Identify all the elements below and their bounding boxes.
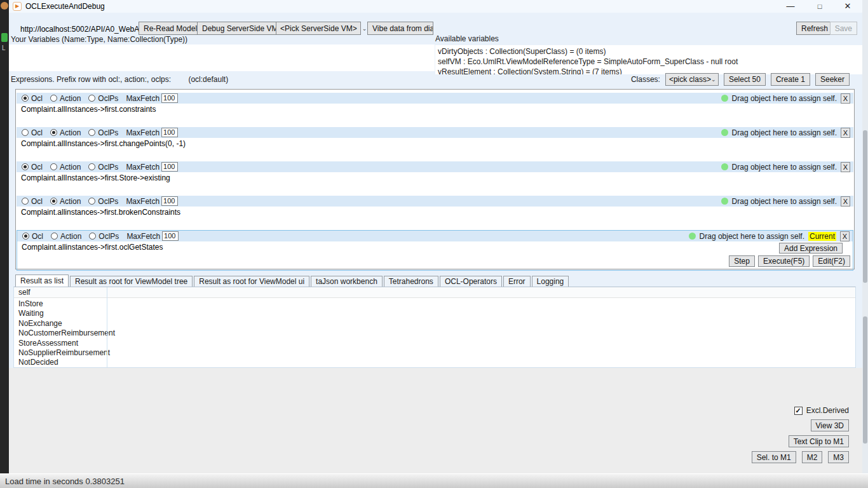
result-item[interactable]: InStore [18,299,855,309]
result-item[interactable]: Waiting [18,309,855,318]
radio-oclps[interactable]: OclPs [89,232,119,241]
minimize-button[interactable]: — [781,1,800,12]
maxfetch-input[interactable]: 100 [162,231,179,241]
radio-action[interactable]: Action [50,197,81,206]
scrollbar-thumb[interactable] [863,130,867,283]
window-title: OCLExecuteAndDebug [25,2,105,11]
radio-icon [88,163,95,170]
tab-result-as-list[interactable]: Result as list [15,274,69,287]
text-clip-to-m1-button[interactable]: Text Clip to M1 [789,435,849,447]
reread-model-button[interactable]: Re-Read Model [139,22,202,35]
radio-ocl[interactable]: Ocl [22,94,43,103]
radio-action[interactable]: Action [50,128,81,137]
classes-controls: Classes: <pick class> ⌄ Select 50 Create… [631,73,850,86]
result-list: self InStore Waiting NoExchange NoCustom… [13,287,856,368]
variable-item: selfVM : Eco.UmlRt.ViewModelReferenceTyp… [438,57,862,67]
remove-expression-button[interactable]: X [840,231,850,241]
result-item[interactable]: NoCustomerReimbursement [18,329,855,338]
remove-expression-button[interactable]: X [841,196,850,207]
radio-ocl[interactable]: Ocl [22,163,43,172]
excl-derived-label: Excl.Derived [806,406,849,415]
radio-oclps[interactable]: OclPs [88,197,118,206]
background-scrollbar [862,0,868,473]
radio-oclps[interactable]: OclPs [88,94,118,103]
expression-row: Ocl Action OclPs MaxFetch 100 Drag objec… [17,93,853,127]
drag-target-label[interactable]: Drag object here to assign self. [732,197,837,206]
pick-class-dropdown[interactable]: <pick class> ⌄ [665,73,719,86]
radio-action-label: Action [60,94,81,103]
scrollbar-thumb[interactable] [863,316,867,444]
radio-ocl[interactable]: Ocl [22,232,43,241]
add-expression-button[interactable]: Add Expression [779,243,843,254]
radio-action[interactable]: Action [50,163,81,172]
expression-text[interactable]: Complaint.allinstances->first.brokenCons… [21,208,180,217]
expression-text[interactable]: Complaint.allinstances->first.oclGetStat… [22,243,163,252]
m3-button[interactable]: M3 [828,451,849,463]
m2-button[interactable]: M2 [802,451,823,463]
maxfetch-input[interactable]: 100 [161,128,178,137]
your-variables-label: Your Variables (Name:Type, Name:Collecti… [11,35,187,44]
radio-action[interactable]: Action [50,94,81,103]
excl-derived-checkbox[interactable]: ✓ [794,407,803,415]
remove-expression-button[interactable]: X [841,128,850,138]
refresh-button[interactable]: Refresh [796,22,833,35]
drag-target-label[interactable]: Drag object here to assign self. [732,128,837,137]
drag-target-label[interactable]: Drag object here to assign self. [700,232,804,241]
expression-text[interactable]: Complaint.allInstances->first.changePoin… [21,139,186,148]
maxfetch-input[interactable]: 100 [161,93,178,103]
step-button[interactable]: Step [729,255,755,267]
expression-mode-bar: Ocl Action OclPs MaxFetch 100 Drag objec… [17,161,853,172]
your-variables-input[interactable] [9,44,435,71]
maxfetch-input[interactable]: 100 [161,196,178,206]
available-variables-list[interactable]: vDirtyObjects : Collection(SuperClass) =… [435,45,862,74]
view-3d-button[interactable]: View 3D [811,419,849,431]
result-column-header[interactable]: self [14,287,855,298]
maxfetch-input[interactable]: 100 [161,162,178,172]
vibe-data-button[interactable]: Vibe data from diag [367,22,433,35]
radio-ocl[interactable]: Ocl [22,197,43,206]
radio-ocl[interactable]: Ocl [22,128,43,137]
remove-expression-button[interactable]: X [841,93,850,104]
create-1-button[interactable]: Create 1 [771,73,810,86]
app-icon: ▶ [13,2,22,11]
drag-target-label[interactable]: Drag object here to assign self. [732,163,837,172]
tab-logging[interactable]: Logging [532,276,569,287]
tab-tetrahedrons[interactable]: Tetrahedrons [384,276,438,287]
status-dot-icon [721,95,728,102]
pick-class-value: <pick class> [669,75,711,84]
maximize-button[interactable]: □ [810,1,829,12]
result-item[interactable]: NoSupplierReimbursement [18,348,855,358]
result-item[interactable]: StoreAssessment [18,339,855,348]
expression-actions: Step Execute(F5) Edit(F2) [729,255,850,267]
drag-target-label[interactable]: Drag object here to assign self. [732,94,837,103]
debug-serverside-vm-button[interactable]: Debug ServerSide VM [197,22,283,35]
radio-oclps[interactable]: OclPs [88,128,118,137]
edit-button[interactable]: Edit(F2) [813,255,850,267]
background-window-edge: L [0,0,9,473]
execute-button[interactable]: Execute(F5) [758,255,810,267]
save-button[interactable]: Save [830,22,857,35]
radio-action-label: Action [60,197,81,206]
remove-expression-button[interactable]: X [841,162,850,172]
tab-result-viewmodel-ui[interactable]: Result as root for ViewModel ui [194,276,309,287]
tab-result-viewmodel-tree[interactable]: Result as root for ViewModel tree [70,276,193,287]
close-button[interactable]: ✕ [838,1,857,12]
radio-oclps[interactable]: OclPs [88,163,118,172]
pick-serverside-vm-dropdown[interactable]: <Pick ServerSide VM> ⌄ [276,22,361,35]
result-item[interactable]: NotDecided [18,358,855,367]
sel-to-m1-button[interactable]: Sel. to M1 [752,451,796,463]
expression-row: Ocl Action OclPs MaxFetch 100 Drag objec… [17,230,853,271]
maxfetch-label: MaxFetch [126,163,159,172]
expression-text[interactable]: Complaint.allInstances->first.constraint… [21,105,156,114]
result-item[interactable]: NoExchange [18,319,855,329]
seeker-button[interactable]: Seeker [815,73,850,86]
expression-text[interactable]: Complaint.allInstances->first.Store->exi… [21,173,170,182]
tab-tajson-workbench[interactable]: taJson workbench [311,276,383,287]
select-50-button[interactable]: Select 50 [724,73,766,86]
column-separator[interactable] [107,287,107,367]
radio-icon [50,198,57,205]
radio-action[interactable]: Action [51,232,81,241]
tab-error[interactable]: Error [503,276,531,287]
tab-ocl-operators[interactable]: OCL-Operators [440,276,502,287]
api-url-field[interactable]: http://localhost:5002/API/A0_WebApi [20,25,146,34]
